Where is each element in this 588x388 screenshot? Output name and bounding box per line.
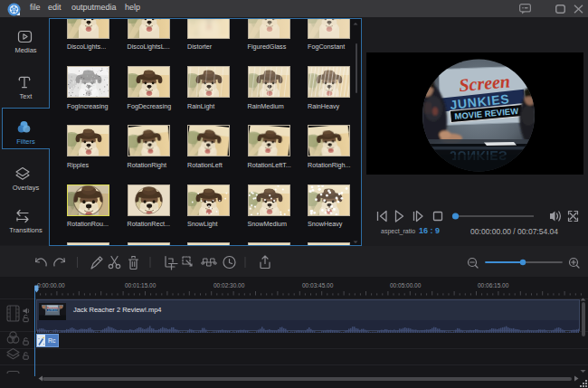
svg-text:JUNKIES: JUNKIES	[47, 308, 58, 312]
